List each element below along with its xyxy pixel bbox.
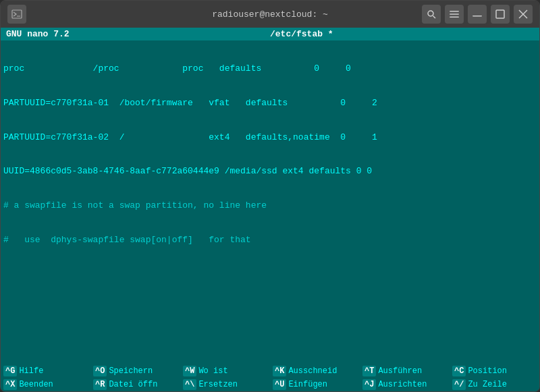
menu-button[interactable] <box>445 5 464 24</box>
titlebar-controls <box>422 5 533 24</box>
content-line-4: UUID=4866c0d5-3ab8-4746-8aaf-c772a60444e… <box>3 165 537 179</box>
svg-rect-5 <box>450 13 459 15</box>
svg-rect-7 <box>473 16 482 17</box>
terminal-window: radiouser@nextcloud: ~ <box>0 0 540 392</box>
shortcut-row-2: ^X Beenden ^R Datei öffn ^\ Ersetzen ^U … <box>1 378 539 391</box>
shortcut-help[interactable]: ^G Hilfe <box>1 365 90 377</box>
shortcut-justify[interactable]: ^J Ausrichten <box>360 379 450 391</box>
svg-line-3 <box>433 16 436 19</box>
shortcut-label-help: Hilfe <box>19 366 43 376</box>
content-line-5: # a swapfile is not a swap partition, no… <box>3 199 537 213</box>
shortcut-label-save: Speichern <box>109 366 153 376</box>
content-line-1: proc /proc proc defaults 0 0 <box>3 62 537 76</box>
shortcut-label-whereis: Wo ist <box>198 366 227 376</box>
shortcut-key-execute: ^T <box>362 366 376 376</box>
shortcut-whereis[interactable]: ^W Wo ist <box>180 365 270 377</box>
svg-rect-6 <box>450 16 459 18</box>
shortcut-label-replace: Ersetzen <box>198 380 238 389</box>
shortcut-label-paste: Einfügen <box>288 380 327 389</box>
shortcut-key-exit: ^X <box>3 379 17 390</box>
svg-rect-4 <box>450 11 459 12</box>
svg-point-2 <box>428 11 433 16</box>
nano-app-version: GNU nano 7.2 <box>6 29 70 39</box>
shortcut-replace[interactable]: ^\ Ersetzen <box>180 379 270 391</box>
shortcut-exit[interactable]: ^X Beenden <box>1 379 90 391</box>
maximize-button[interactable] <box>491 5 510 24</box>
shortcut-label-cut: Ausschneid <box>288 366 337 376</box>
shortcut-key-save: ^O <box>93 366 107 376</box>
shortcut-key-whereis: ^W <box>183 366 196 376</box>
shortcut-label-exit: Beenden <box>19 380 53 389</box>
shortcut-label-read: Datei öffn <box>109 380 157 389</box>
titlebar-left <box>7 5 26 24</box>
shortcut-label-position: Position <box>468 366 507 376</box>
nano-editor[interactable]: GNU nano 7.2 /etc/fstab * proc /proc pro… <box>1 28 539 391</box>
nano-content[interactable]: proc /proc proc defaults 0 0 PARTUUID=c7… <box>1 40 539 364</box>
shortcut-key-help: ^G <box>3 366 17 376</box>
shortcut-key-position: ^C <box>452 366 466 376</box>
close-button[interactable] <box>514 5 533 24</box>
shortcut-paste[interactable]: ^U Einfügen <box>270 379 360 391</box>
titlebar: radiouser@nextcloud: ~ <box>1 1 539 28</box>
shortcut-key-read: ^R <box>93 379 107 390</box>
content-line-2: PARTUUID=c770f31a-01 /boot/firmware vfat… <box>3 96 537 111</box>
shortcut-label-goto: Zu Zeile <box>468 380 507 389</box>
shortcut-row-1: ^G Hilfe ^O Speichern ^W Wo ist ^K Aussc… <box>1 364 539 378</box>
shortcut-save[interactable]: ^O Speichern <box>90 365 180 377</box>
nano-filename: /etc/fstab * <box>270 29 333 39</box>
shortcut-key-replace: ^\ <box>183 379 196 390</box>
content-line-3: PARTUUID=c770f31a-02 / ext4 defaults,noa… <box>3 131 537 145</box>
shortcut-position[interactable]: ^C Position <box>450 365 539 377</box>
shortcut-execute[interactable]: ^T Ausführen <box>360 365 450 377</box>
shortcut-key-paste: ^U <box>273 379 286 390</box>
terminal-icon <box>7 5 26 24</box>
minimize-button[interactable] <box>468 5 487 24</box>
svg-rect-8 <box>496 10 504 18</box>
shortcut-key-cut: ^K <box>273 366 286 376</box>
shortcut-label-execute: Ausführen <box>378 366 422 376</box>
content-line-6: # use dphys-swapfile swap[on|off] for th… <box>3 233 537 248</box>
shortcut-goto[interactable]: ^/ Zu Zeile <box>450 379 539 391</box>
shortcut-key-justify: ^J <box>362 379 376 390</box>
search-button[interactable] <box>422 5 441 24</box>
shortcut-cut[interactable]: ^K Ausschneid <box>270 365 360 377</box>
nano-bottombar: ^G Hilfe ^O Speichern ^W Wo ist ^K Aussc… <box>1 364 539 391</box>
shortcut-read[interactable]: ^R Datei öffn <box>90 379 180 391</box>
shortcut-label-justify: Ausrichten <box>378 380 427 389</box>
nano-topbar: GNU nano 7.2 /etc/fstab * <box>1 28 539 40</box>
shortcut-key-goto: ^/ <box>452 379 466 390</box>
titlebar-title: radiouser@nextcloud: ~ <box>212 9 328 20</box>
